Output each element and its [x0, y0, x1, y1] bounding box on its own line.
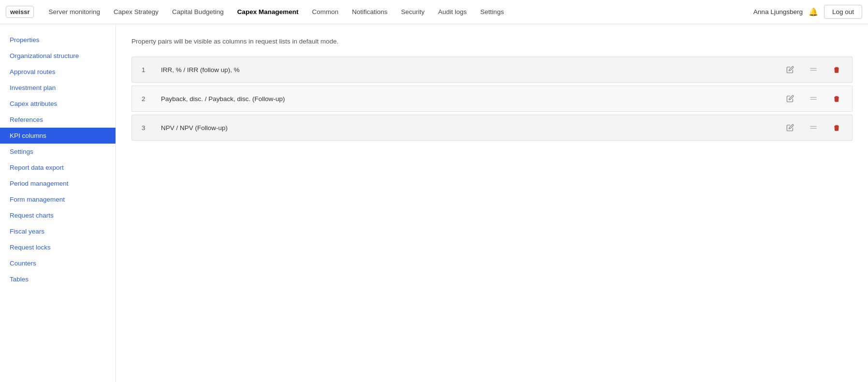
main-content: Property pairs will be visible as column… — [116, 24, 868, 382]
sidebar-item-form-management[interactable]: Form management — [0, 191, 116, 207]
sidebar-item-settings[interactable]: Settings — [0, 144, 116, 160]
row-actions — [784, 121, 852, 134]
app-logo: weissr — [6, 6, 34, 18]
page-subtitle: Property pairs will be visible as column… — [131, 38, 853, 45]
sidebar-item-capex-attributes[interactable]: Capex attributes — [0, 96, 116, 112]
top-navigation: weissr Server monitoringCapex StrategyCa… — [0, 0, 868, 24]
nav-right: Anna Ljungsberg 🔔 Log out — [753, 5, 862, 19]
edit-button[interactable] — [784, 64, 796, 75]
sidebar-item-tables[interactable]: Tables — [0, 271, 116, 287]
sidebar-item-investment-plan[interactable]: Investment plan — [0, 80, 116, 96]
sidebar-item-fiscal-years[interactable]: Fiscal years — [0, 223, 116, 239]
table-row: 3 NPV / NPV (Follow-up) — [131, 115, 853, 141]
sidebar-item-references[interactable]: References — [0, 112, 116, 128]
edit-button[interactable] — [784, 93, 796, 104]
sidebar-item-approval-routes[interactable]: Approval routes — [0, 64, 116, 80]
user-name: Anna Ljungsberg — [753, 8, 803, 15]
edit-button[interactable] — [784, 122, 796, 133]
row-label: NPV / NPV (Follow-up) — [161, 124, 784, 132]
sidebar-item-properties[interactable]: Properties — [0, 32, 116, 48]
sidebar: PropertiesOrganizational structureApprov… — [0, 24, 116, 382]
notification-bell-icon[interactable]: 🔔 — [809, 7, 818, 16]
nav-link-security[interactable]: Security — [394, 0, 432, 24]
nav-link-common[interactable]: Common — [305, 0, 345, 24]
nav-link-capex-strategy[interactable]: Capex Strategy — [107, 0, 165, 24]
table-row: 2 Payback, disc. / Payback, disc. (Follo… — [131, 86, 853, 112]
sidebar-item-request-locks[interactable]: Request locks — [0, 239, 116, 255]
nav-link-settings[interactable]: Settings — [474, 0, 511, 24]
nav-link-capex-management[interactable]: Capex Management — [231, 0, 305, 24]
sidebar-item-counters[interactable]: Counters — [0, 255, 116, 271]
row-number: 2 — [132, 95, 161, 103]
row-actions — [784, 92, 852, 105]
drag-handle[interactable] — [808, 64, 819, 75]
sidebar-item-kpi-columns[interactable]: KPI columns — [0, 128, 116, 144]
delete-button[interactable] — [831, 63, 842, 76]
nav-links: Server monitoringCapex StrategyCapital B… — [42, 0, 753, 24]
row-label: IRR, % / IRR (follow up), % — [161, 66, 784, 73]
sidebar-item-organizational-structure[interactable]: Organizational structure — [0, 48, 116, 64]
row-number: 3 — [132, 124, 161, 132]
sidebar-item-period-management[interactable]: Period management — [0, 176, 116, 191]
sidebar-item-request-charts[interactable]: Request charts — [0, 207, 116, 223]
row-actions — [784, 63, 852, 76]
nav-link-audit-logs[interactable]: Audit logs — [432, 0, 474, 24]
delete-button[interactable] — [831, 121, 842, 134]
nav-link-capital-budgeting[interactable]: Capital Budgeting — [165, 0, 231, 24]
delete-button[interactable] — [831, 92, 842, 105]
table-row: 1 IRR, % / IRR (follow up), % — [131, 57, 853, 83]
sidebar-item-report-data-export[interactable]: Report data export — [0, 160, 116, 176]
row-number: 1 — [132, 66, 161, 73]
drag-handle[interactable] — [808, 122, 819, 133]
nav-link-server-monitoring[interactable]: Server monitoring — [42, 0, 107, 24]
row-label: Payback, disc. / Payback, disc. (Follow-… — [161, 95, 784, 103]
drag-handle[interactable] — [808, 93, 819, 104]
logout-button[interactable]: Log out — [824, 5, 862, 19]
nav-link-notifications[interactable]: Notifications — [345, 0, 394, 24]
main-layout: PropertiesOrganizational structureApprov… — [0, 24, 868, 382]
kpi-list: 1 IRR, % / IRR (follow up), % — [131, 57, 853, 141]
